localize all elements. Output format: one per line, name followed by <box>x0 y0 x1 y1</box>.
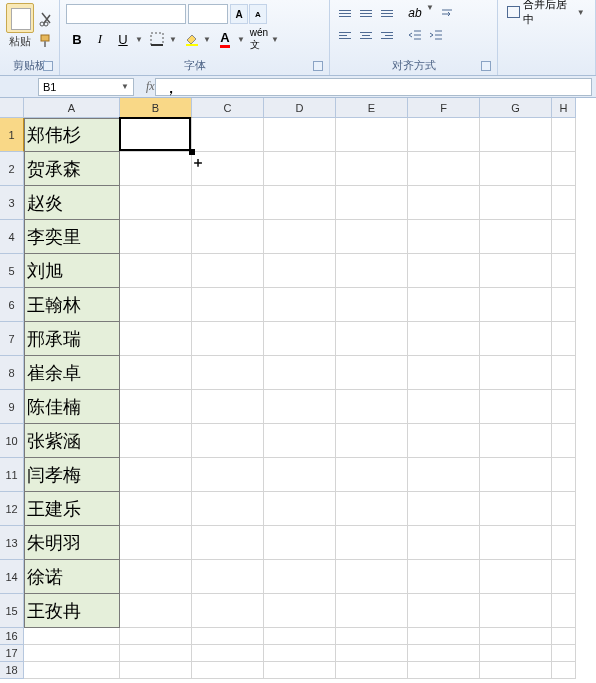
cell-F11[interactable] <box>408 458 480 492</box>
cell-G16[interactable] <box>480 628 552 645</box>
cell-D15[interactable] <box>264 594 336 628</box>
row-header-11[interactable]: 11 <box>0 458 24 492</box>
align-bottom-button[interactable] <box>377 3 397 23</box>
cell-H11[interactable] <box>552 458 576 492</box>
underline-button[interactable]: U <box>112 28 134 50</box>
cell-A13[interactable]: 朱明羽 <box>24 526 120 560</box>
border-button[interactable] <box>146 28 168 50</box>
cell-A8[interactable]: 崔余卓 <box>24 356 120 390</box>
cell-E16[interactable] <box>336 628 408 645</box>
cell-D11[interactable] <box>264 458 336 492</box>
cell-C3[interactable] <box>192 186 264 220</box>
font-launcher[interactable] <box>313 61 323 71</box>
fx-icon[interactable]: fx <box>146 79 155 94</box>
cell-F13[interactable] <box>408 526 480 560</box>
cell-H6[interactable] <box>552 288 576 322</box>
cell-H10[interactable] <box>552 424 576 458</box>
cell-H5[interactable] <box>552 254 576 288</box>
formula-bar[interactable]: ， <box>155 78 592 96</box>
cell-B3[interactable] <box>120 186 192 220</box>
cell-E8[interactable] <box>336 356 408 390</box>
cell-D5[interactable] <box>264 254 336 288</box>
wrap-text-button[interactable] <box>437 3 457 23</box>
cell-C17[interactable] <box>192 645 264 662</box>
cell-F4[interactable] <box>408 220 480 254</box>
cell-E3[interactable] <box>336 186 408 220</box>
cell-F9[interactable] <box>408 390 480 424</box>
cell-B15[interactable] <box>120 594 192 628</box>
row-header-13[interactable]: 13 <box>0 526 24 560</box>
cell-B11[interactable] <box>120 458 192 492</box>
cell-B5[interactable] <box>120 254 192 288</box>
cell-A5[interactable]: 刘旭 <box>24 254 120 288</box>
decrease-indent-button[interactable] <box>405 25 425 45</box>
cell-A18[interactable] <box>24 662 120 679</box>
cell-G11[interactable] <box>480 458 552 492</box>
row-header-10[interactable]: 10 <box>0 424 24 458</box>
cell-C7[interactable] <box>192 322 264 356</box>
cell-E11[interactable] <box>336 458 408 492</box>
row-header-18[interactable]: 18 <box>0 662 24 679</box>
row-header-2[interactable]: 2 <box>0 152 24 186</box>
col-header-A[interactable]: A <box>24 98 120 118</box>
cell-H4[interactable] <box>552 220 576 254</box>
cell-H12[interactable] <box>552 492 576 526</box>
cell-D18[interactable] <box>264 662 336 679</box>
cell-D13[interactable] <box>264 526 336 560</box>
cell-D10[interactable] <box>264 424 336 458</box>
cell-F14[interactable] <box>408 560 480 594</box>
cell-H14[interactable] <box>552 560 576 594</box>
cell-A11[interactable]: 闫孝梅 <box>24 458 120 492</box>
cell-B6[interactable] <box>120 288 192 322</box>
cell-G6[interactable] <box>480 288 552 322</box>
cell-F6[interactable] <box>408 288 480 322</box>
cell-G2[interactable] <box>480 152 552 186</box>
cell-D14[interactable] <box>264 560 336 594</box>
cell-G9[interactable] <box>480 390 552 424</box>
cell-G3[interactable] <box>480 186 552 220</box>
cell-D7[interactable] <box>264 322 336 356</box>
cell-A10[interactable]: 张紫涵 <box>24 424 120 458</box>
cell-H9[interactable] <box>552 390 576 424</box>
cell-E13[interactable] <box>336 526 408 560</box>
row-header-7[interactable]: 7 <box>0 322 24 356</box>
row-header-14[interactable]: 14 <box>0 560 24 594</box>
fill-color-button[interactable] <box>180 28 202 50</box>
cell-C9[interactable] <box>192 390 264 424</box>
orientation-button[interactable]: ab <box>405 3 425 23</box>
align-right-button[interactable] <box>377 25 397 45</box>
cell-C4[interactable] <box>192 220 264 254</box>
cell-G1[interactable] <box>480 118 552 152</box>
cell-A3[interactable]: 赵炎 <box>24 186 120 220</box>
cell-H7[interactable] <box>552 322 576 356</box>
cell-B2[interactable] <box>120 152 192 186</box>
cell-D8[interactable] <box>264 356 336 390</box>
cell-F1[interactable] <box>408 118 480 152</box>
cell-A12[interactable]: 王建乐 <box>24 492 120 526</box>
row-header-1[interactable]: 1 <box>0 118 24 152</box>
align-middle-button[interactable] <box>356 3 376 23</box>
phonetic-dropdown[interactable]: ▼ <box>271 35 281 44</box>
cell-C18[interactable] <box>192 662 264 679</box>
cell-F12[interactable] <box>408 492 480 526</box>
name-box[interactable]: B1 ▼ <box>38 78 134 96</box>
cell-F7[interactable] <box>408 322 480 356</box>
row-header-3[interactable]: 3 <box>0 186 24 220</box>
cell-G12[interactable] <box>480 492 552 526</box>
row-header-6[interactable]: 6 <box>0 288 24 322</box>
cell-D9[interactable] <box>264 390 336 424</box>
font-color-dropdown[interactable]: ▼ <box>237 35 247 44</box>
cell-C10[interactable] <box>192 424 264 458</box>
cell-B10[interactable] <box>120 424 192 458</box>
cell-C1[interactable] <box>192 118 264 152</box>
col-header-D[interactable]: D <box>264 98 336 118</box>
cell-E18[interactable] <box>336 662 408 679</box>
cell-B7[interactable] <box>120 322 192 356</box>
cell-B18[interactable] <box>120 662 192 679</box>
cell-A6[interactable]: 王翰林 <box>24 288 120 322</box>
row-header-15[interactable]: 15 <box>0 594 24 628</box>
cell-H2[interactable] <box>552 152 576 186</box>
cell-H16[interactable] <box>552 628 576 645</box>
cell-G13[interactable] <box>480 526 552 560</box>
select-all-corner[interactable] <box>0 98 24 118</box>
